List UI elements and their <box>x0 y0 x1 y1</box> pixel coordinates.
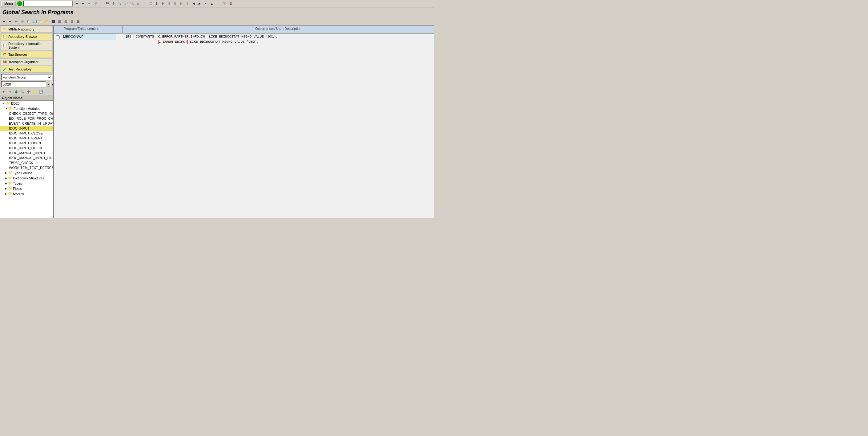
tb2-icon12[interactable]: ▨ <box>69 19 74 24</box>
tb2-icon8[interactable]: 📂 <box>44 19 50 24</box>
type-groups-label: Type Groups <box>13 171 32 175</box>
tb2-icon3[interactable]: ✏ <box>13 19 19 24</box>
results-body: MBDCONWF 154 CONSTANTS: C_ERROR_PARTNER_… <box>54 34 434 218</box>
menu-button[interactable]: Menu <box>1 1 16 6</box>
tree-item-fields[interactable]: ▶ 📁 Fields <box>0 186 53 191</box>
tb2-icon6[interactable]: 🔄 <box>32 19 37 24</box>
nav3-icon[interactable]: ▼ <box>203 1 209 6</box>
print-icon[interactable]: 🖨 <box>148 1 153 6</box>
nav2-icon[interactable]: ▶ <box>197 1 203 6</box>
link-icon[interactable]: 🔗 <box>92 1 98 6</box>
repo-browser-icon: 📋 <box>3 34 7 39</box>
result-checkbox-col <box>54 34 61 41</box>
tree-item-workitem[interactable]: · WORKITEM_TEXT_REFRESH <box>0 165 53 170</box>
tb2-icon10[interactable]: ▦ <box>57 19 62 24</box>
nav1-icon[interactable]: ◀ <box>191 1 196 6</box>
tree-item-idoc-queue[interactable]: · IDOC_INPUT_QUEUE <box>0 146 53 151</box>
workitem-label: WORKITEM_TEXT_REFRESH <box>9 166 53 169</box>
separator4: | <box>154 1 159 6</box>
obj-tree-icon[interactable]: 🌲 <box>13 89 19 94</box>
clear-button[interactable]: ✕ <box>47 82 50 87</box>
find2-icon[interactable]: 🔎 <box>123 1 129 6</box>
tb2-icon5[interactable]: 📋 <box>26 19 31 24</box>
result-program: MBDCONWF <box>61 34 116 40</box>
forward-icon[interactable]: ➡ <box>80 1 86 6</box>
repo-info-icon: 📋 <box>3 43 7 48</box>
dropdown-area: Function Group Program Class Interface ✕… <box>0 73 53 88</box>
left-panel: 📁 MIME Repository 📋 Repository Browser 📋… <box>0 26 54 218</box>
tool1-icon[interactable]: ⚙ <box>160 1 165 6</box>
main-layout: 📁 MIME Repository 📋 Repository Browser 📋… <box>0 26 434 218</box>
separator: | <box>98 1 104 6</box>
dropdown-arrow-button[interactable]: ▼ <box>51 81 54 87</box>
tb2-icon9[interactable]: ⬛ <box>51 19 56 24</box>
folder-types: 📁 <box>8 181 12 185</box>
warn-icon[interactable]: ⚠ <box>135 1 141 6</box>
object-type-select[interactable]: Function Group Program Class Interface <box>1 74 52 80</box>
tree-item-idoc-manual-par[interactable]: · IDOC_MANUAL_INPUT_PAR <box>0 155 53 160</box>
obj-back-icon[interactable]: ⬅ <box>1 89 7 94</box>
tree-item-func-modules[interactable]: ▼ 📁 Function Modules <box>0 106 53 111</box>
tree-item-check-obj[interactable]: · CHECK_OBJECT_TYPE_IDOCAPPL <box>0 111 53 116</box>
idoc-close-bullet: · <box>7 131 8 135</box>
tool4-icon[interactable]: ⚙ <box>179 1 184 6</box>
tag-browser-label: Tag Browser <box>8 53 27 56</box>
col-occurrences-header: Occurrences/Short Description <box>123 26 434 33</box>
tree-item-bd20[interactable]: ▼ 📁 BD20 <box>0 101 53 106</box>
tree-item-dict-struct[interactable]: ▶ 📁 Dictionary Structures <box>0 176 53 181</box>
edi-role-bullet: · <box>7 117 8 120</box>
tb2-icon1[interactable]: ⬅ <box>1 19 7 24</box>
obj-refresh-icon[interactable]: 🔄 <box>38 89 44 94</box>
tbd52-bullet: · <box>7 161 8 165</box>
sidebar-item-test-repo[interactable]: 🧪 Test Repository <box>1 66 53 73</box>
tb2-icon7[interactable]: 📁 <box>38 19 44 24</box>
repo-info-label: Repository Information System <box>8 42 51 49</box>
object-name-input[interactable] <box>1 81 46 87</box>
tree-item-idoc-open[interactable]: · IDOC_INPUT_OPEN <box>0 141 53 146</box>
obj-star-icon[interactable]: ⭐ <box>32 89 37 94</box>
main-toolbar: ⬅ ➡ ✏ 🔗 | 💾 | 🔍 🔎 🔍 ⚠ | 🖨 | ⚙ ⚙ ⚙ ⚙ | ◀ … <box>74 1 233 6</box>
idoc-manual-label: IDOC_MANUAL_INPUT <box>9 151 45 155</box>
sidebar-item-transport[interactable]: 📦 Transport Organizer <box>1 59 53 65</box>
back-icon[interactable]: ⬅ <box>74 1 80 6</box>
obj-search-icon[interactable]: 🔍 <box>20 89 25 94</box>
tree-item-idoc-event[interactable]: · IDOC_INPUT_EVENT <box>0 136 53 141</box>
tree-item-idoc-input[interactable]: · IDOC_INPUT <box>0 126 53 131</box>
monitor-icon[interactable]: 🖥 <box>228 1 233 6</box>
tb2-icon11[interactable]: ▧ <box>63 19 68 24</box>
help-icon[interactable]: ❓ <box>222 1 227 6</box>
tree-item-tbd52[interactable]: · TBD52_CHECK <box>0 160 53 165</box>
tree-item-macros[interactable]: ▶ 📁 Macros <box>0 191 53 196</box>
tb2-icon4[interactable]: 🔗 <box>20 19 25 24</box>
nav4-icon[interactable]: ▲ <box>209 1 215 6</box>
sidebar-item-repo-info[interactable]: 📋 Repository Information System <box>1 41 53 51</box>
sidebar-item-mime-repository[interactable]: 📁 MIME Repository <box>1 26 53 33</box>
tree-item-edi-role[interactable]: · EDI_ROLE_FOR_PROC_CHECKDUMM <box>0 116 53 121</box>
expand-bd20: ▼ <box>2 102 5 105</box>
tool2-icon[interactable]: ⚙ <box>166 1 172 6</box>
tree-item-idoc-manual[interactable]: · IDOC_MANUAL_INPUT <box>0 151 53 155</box>
transport-label: Transport Organizer <box>8 60 38 64</box>
tree-item-type-groups[interactable]: ▶ 📁 Type Groups <box>0 170 53 176</box>
sidebar-item-repository-browser[interactable]: 📋 Repository Browser <box>1 33 53 40</box>
tool3-icon[interactable]: ⚙ <box>173 1 178 6</box>
folder-func: 📁 <box>9 106 13 111</box>
save-icon[interactable]: 💾 <box>105 1 110 6</box>
folder-bd20: 📁 <box>6 101 10 105</box>
result-checkbox[interactable] <box>56 35 60 39</box>
address-bar[interactable] <box>23 1 73 6</box>
sidebar-item-tag-browser[interactable]: 🏷 Tag Browser <box>1 51 53 58</box>
tree-item-types[interactable]: ▶ 📁 Types <box>0 181 53 186</box>
tb2-icon13[interactable]: ▩ <box>75 19 81 24</box>
tree-item-idoc-close[interactable]: · IDOC_INPUT_CLOSE <box>0 131 53 136</box>
tree-item-event-create[interactable]: · EVENT_CREATE_IN_UPDATE_TASK <box>0 121 53 126</box>
tree-area[interactable]: ▼ 📁 BD20 ▼ 📁 Function Modules · CHECK_OB… <box>0 101 53 218</box>
expand-type-groups: ▶ <box>5 172 7 175</box>
obj-add-icon[interactable]: ➕ <box>26 89 31 94</box>
find-icon[interactable]: 🔍 <box>117 1 123 6</box>
idoc-manual-par-bullet: · <box>7 156 8 160</box>
edit-icon[interactable]: ✏ <box>86 1 92 6</box>
obj-fwd-icon[interactable]: ➡ <box>7 89 13 94</box>
find3-icon[interactable]: 🔍 <box>129 1 135 6</box>
tb2-icon2[interactable]: ➡ <box>7 19 13 24</box>
